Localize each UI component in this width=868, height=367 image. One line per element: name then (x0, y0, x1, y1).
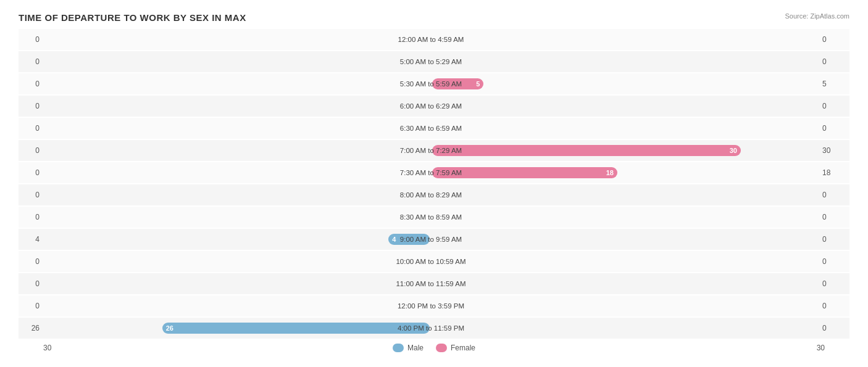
female-bar: 30 (432, 145, 741, 156)
chart-footer: 30 Male Female 30 (19, 344, 849, 352)
right-value: 30 (819, 146, 849, 155)
female-bar-container: 30 (431, 144, 819, 157)
male-bar-container (43, 122, 431, 135)
male-bar-value: 4 (392, 236, 396, 243)
right-value: 18 (819, 168, 849, 177)
male-bar-container (43, 55, 431, 68)
bars-wrapper: 4 9:00 AM to 9:59 AM (43, 229, 819, 250)
left-value: 0 (19, 257, 43, 266)
male-bar-container (43, 255, 431, 268)
male-bar-container (43, 277, 431, 291)
chart-area: 0 12:00 AM to 4:59 AM 0 0 5:00 AM to 5:2… (19, 29, 849, 339)
left-value: 0 (19, 191, 43, 199)
bars-wrapper: 6:30 AM to 6:59 AM (43, 118, 819, 139)
bars-wrapper: 8:00 AM to 8:29 AM (43, 184, 819, 205)
female-bar-container (431, 188, 819, 202)
bar-row: 0 5:00 AM to 5:29 AM 0 (19, 51, 849, 72)
male-bar: 4 (388, 234, 430, 245)
male-bar-container (43, 299, 431, 313)
chart-title: TIME OF DEPARTURE TO WORK BY SEX IN MAX (19, 12, 849, 23)
male-bar-container (43, 210, 431, 224)
female-bar-container (431, 299, 819, 313)
right-value: 0 (819, 57, 849, 66)
female-bar-container (431, 321, 819, 335)
left-value: 0 (19, 279, 43, 288)
bar-row: 0 10:00 AM to 10:59 AM 0 (19, 251, 849, 272)
left-value: 26 (19, 324, 43, 332)
left-value: 0 (19, 80, 43, 88)
chart-container: TIME OF DEPARTURE TO WORK BY SEX IN MAX … (0, 0, 868, 367)
right-value: 0 (819, 302, 849, 310)
bar-row: 4 4 9:00 AM to 9:59 AM 0 (19, 229, 849, 250)
bar-row: 0 5:30 AM to 5:59 AM 5 5 (19, 73, 849, 94)
bars-wrapper: 6:00 AM to 6:29 AM (43, 96, 819, 117)
bars-wrapper: 8:30 AM to 8:59 AM (43, 207, 819, 228)
legend: Male Female (393, 344, 475, 352)
bar-row: 0 12:00 AM to 4:59 AM 0 (19, 29, 849, 50)
left-value: 0 (19, 146, 43, 155)
right-value: 0 (819, 35, 849, 44)
bar-row: 0 7:30 AM to 7:59 AM 18 18 (19, 162, 849, 183)
female-bar-value: 30 (730, 147, 737, 154)
bars-wrapper: 12:00 PM to 3:59 PM (43, 295, 819, 316)
female-color-swatch (436, 344, 447, 352)
left-value: 0 (19, 102, 43, 110)
left-value: 0 (19, 35, 43, 44)
female-bar-container (431, 277, 819, 291)
female-bar-container (431, 99, 819, 113)
right-value: 0 (819, 279, 849, 288)
female-bar-container (431, 55, 819, 68)
female-bar-container: 18 (431, 166, 819, 179)
right-value: 0 (819, 324, 849, 332)
bar-row: 0 6:30 AM to 6:59 AM 0 (19, 118, 849, 139)
female-bar: 18 (432, 167, 617, 178)
male-bar-container: 26 (43, 321, 431, 335)
female-bar-container: 5 (431, 77, 819, 91)
bars-wrapper: 26 4:00 PM to 11:59 PM (43, 318, 819, 339)
bars-wrapper: 11:00 AM to 11:59 AM (43, 273, 819, 294)
left-value: 0 (19, 213, 43, 221)
bar-row: 0 12:00 PM to 3:59 PM 0 (19, 295, 849, 316)
source-label: Source: ZipAtlas.com (785, 12, 849, 20)
legend-male: Male (393, 344, 424, 352)
left-value: 4 (19, 235, 43, 244)
bars-wrapper: 5:30 AM to 5:59 AM 5 (43, 73, 819, 94)
female-bar-container (431, 255, 819, 268)
bars-wrapper: 7:00 AM to 7:29 AM 30 (43, 140, 819, 161)
bars-wrapper: 10:00 AM to 10:59 AM (43, 251, 819, 272)
bar-row: 26 26 4:00 PM to 11:59 PM 0 (19, 318, 849, 339)
male-bar-container (43, 166, 431, 179)
male-color-swatch (393, 344, 404, 352)
male-bar-container (43, 188, 431, 202)
right-value: 0 (819, 257, 849, 266)
male-bar-container (43, 144, 431, 157)
legend-male-label: Male (407, 344, 424, 352)
male-bar-container: 4 (43, 233, 431, 246)
legend-female-label: Female (451, 344, 475, 352)
male-bar-container (43, 77, 431, 91)
female-bar-container (431, 233, 819, 246)
footer-left-value: 30 (43, 344, 51, 352)
left-value: 0 (19, 57, 43, 66)
male-bar-value: 26 (166, 324, 173, 332)
legend-female: Female (436, 344, 475, 352)
footer-right-value: 30 (817, 344, 825, 352)
right-value: 0 (819, 124, 849, 133)
right-value: 0 (819, 235, 849, 244)
male-bar-container (43, 33, 431, 46)
bars-wrapper: 7:30 AM to 7:59 AM 18 (43, 162, 819, 183)
female-bar: 5 (432, 78, 483, 89)
male-bar: 26 (162, 323, 430, 334)
male-bar-container (43, 99, 431, 113)
left-value: 0 (19, 124, 43, 133)
bar-row: 0 6:00 AM to 6:29 AM 0 (19, 96, 849, 117)
bars-wrapper: 5:00 AM to 5:29 AM (43, 51, 819, 72)
bar-row: 0 7:00 AM to 7:29 AM 30 30 (19, 140, 849, 161)
bar-row: 0 11:00 AM to 11:59 AM 0 (19, 273, 849, 294)
female-bar-value: 18 (606, 169, 614, 176)
right-value: 5 (819, 80, 849, 88)
bars-wrapper: 12:00 AM to 4:59 AM (43, 29, 819, 50)
female-bar-container (431, 122, 819, 135)
right-value: 0 (819, 191, 849, 199)
left-value: 0 (19, 168, 43, 177)
